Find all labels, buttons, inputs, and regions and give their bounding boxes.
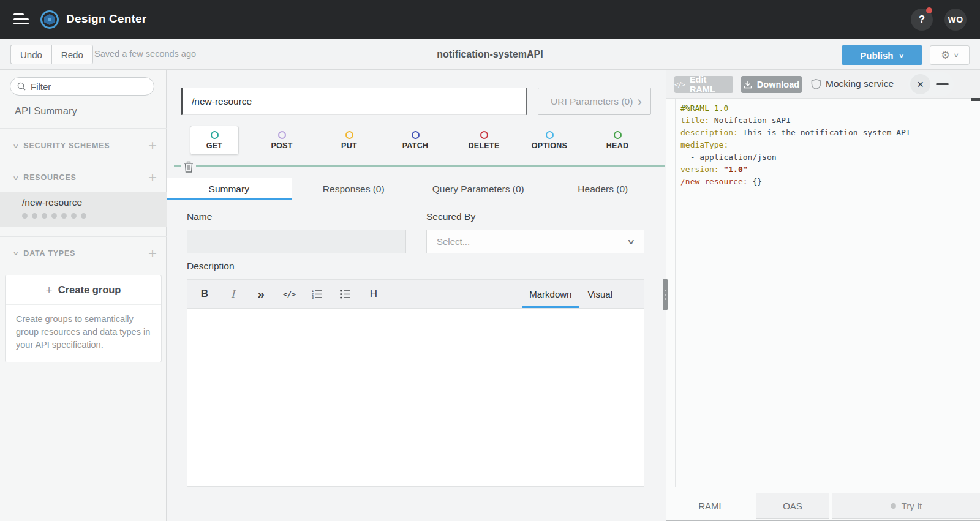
raml-preview-panel: </> Edit RAML Download Mocking service ×… — [666, 70, 980, 521]
code-line: version: "1.0" — [680, 163, 970, 176]
chevron-down-icon: ∨ — [12, 250, 19, 257]
ordered-list-icon[interactable]: 1 2 3 — [311, 289, 323, 299]
method-status-circle — [412, 131, 420, 139]
tab-summary[interactable]: Summary — [167, 178, 292, 200]
name-input[interactable] — [187, 230, 405, 253]
description-textarea[interactable] — [187, 309, 644, 486]
heading-icon[interactable]: H — [368, 288, 380, 300]
svg-text:3: 3 — [312, 296, 314, 299]
redo-button[interactable]: Redo — [51, 45, 93, 64]
trash-icon — [184, 161, 194, 173]
tab-headers-0[interactable]: Headers (0) — [541, 178, 666, 200]
edit-raml-button[interactable]: </> Edit RAML — [674, 76, 733, 93]
editor-mode-switcher: Markdown Visual — [522, 280, 620, 308]
sidebar-section-data-types[interactable]: ∨ DATA TYPES + — [0, 236, 167, 269]
code-line: mediaType: — [680, 139, 970, 151]
search-icon — [17, 82, 26, 91]
description-editor: B I » </> 1 2 3 — [187, 279, 644, 487]
sidebar-item-new-resource[interactable]: /new-resource — [0, 192, 167, 227]
raml-code: #%RAML 1.0title: Notifcation sAPIdescrip… — [675, 99, 970, 487]
add-security-scheme-icon[interactable]: + — [148, 140, 157, 152]
chevron-down-icon: ∨ — [899, 52, 905, 59]
notification-dot — [926, 7, 932, 13]
create-group-description: Create groups to semantically group reso… — [6, 305, 161, 351]
method-patch-button[interactable]: PATCH — [391, 126, 440, 155]
create-group-button[interactable]: + Create group — [6, 275, 161, 305]
code-line: description: This is the notification sy… — [680, 127, 970, 139]
method-post-button[interactable]: POST — [257, 126, 306, 155]
mocking-service-toggle[interactable]: × — [908, 72, 954, 96]
shield-icon — [810, 78, 822, 91]
sidebar-item-api-summary[interactable]: API Summary — [15, 105, 77, 117]
secured-by-label: Secured By — [426, 211, 475, 222]
raml-panel-header: </> Edit RAML Download Mocking service × — [666, 70, 980, 99]
editor-body — [187, 309, 644, 487]
uri-parameters-label: URI Parameters (0) — [551, 96, 637, 107]
method-label: DELETE — [468, 141, 499, 150]
method-options-button[interactable]: OPTIONS — [525, 126, 574, 155]
user-avatar[interactable]: WO — [944, 9, 967, 31]
tab-try-it[interactable]: Try It — [832, 493, 980, 519]
create-group-card: + Create group Create groups to semantic… — [5, 275, 162, 362]
delete-method-button[interactable] — [181, 159, 196, 174]
method-list: GETPOSTPUTPATCHDELETEOPTIONSHEAD — [167, 126, 666, 156]
editor-toolbar: B I » </> 1 2 3 — [187, 279, 644, 309]
resource-path-input[interactable] — [183, 88, 526, 114]
chevron-right-icon: › — [637, 96, 642, 108]
method-label: POST — [271, 141, 292, 150]
code-line: /new-resource: {} — [680, 176, 970, 188]
toggle-dash-icon — [936, 83, 949, 85]
chevron-down-icon: ∨ — [12, 174, 19, 181]
mode-markdown[interactable]: Markdown — [522, 280, 579, 308]
project-settings-button[interactable]: ⚙ ∨ — [930, 45, 970, 65]
tab-oas[interactable]: OAS — [756, 493, 829, 519]
tab-query-parameters-0[interactable]: Query Parameters (0) — [416, 178, 541, 200]
method-status-circle — [546, 131, 554, 139]
method-indicator-dots — [22, 213, 167, 219]
gear-icon: ⚙ — [941, 49, 950, 62]
unordered-list-icon[interactable] — [339, 289, 352, 299]
filter-input[interactable] — [31, 81, 135, 92]
tab-responses-0[interactable]: Responses (0) — [292, 178, 417, 200]
undo-button[interactable]: Undo — [10, 45, 51, 64]
raml-panel-footer: RAML OAS Try It — [666, 487, 980, 521]
scrollbar-thumb[interactable] — [971, 98, 980, 101]
mode-visual[interactable]: Visual — [580, 280, 620, 308]
project-toolbar: Undo Redo Saved a few seconds ago notifi… — [0, 39, 980, 70]
tab-raml[interactable]: RAML — [666, 493, 756, 519]
chevron-down-icon: ∨ — [12, 143, 19, 149]
scrollbar-track — [971, 99, 971, 487]
resource-path-field — [181, 88, 527, 115]
add-data-type-icon[interactable]: + — [148, 247, 157, 260]
hamburger-menu-icon[interactable] — [13, 13, 29, 26]
top-nav-bar: Design Center ? WO — [0, 0, 980, 39]
detail-tabs: SummaryResponses (0)Query Parameters (0)… — [167, 178, 665, 200]
section-label: DATA TYPES — [23, 249, 148, 258]
bold-icon[interactable]: B — [198, 288, 211, 300]
add-resource-icon[interactable]: + — [148, 171, 157, 184]
method-divider-line — [174, 165, 665, 167]
sidebar-section-security-schemes[interactable]: ∨ SECURITY SCHEMES + — [0, 128, 167, 163]
publish-button[interactable]: Publish ∨ — [842, 45, 922, 65]
uri-parameters-button[interactable]: URI Parameters (0) › — [538, 88, 651, 115]
anypoint-logo-icon[interactable] — [40, 10, 59, 29]
method-delete-button[interactable]: DELETE — [459, 126, 508, 155]
secured-by-select[interactable]: Select... ∨ — [426, 230, 644, 253]
panel-resize-handle[interactable] — [663, 279, 668, 310]
chevron-down-icon: ∨ — [627, 238, 636, 246]
code-line: - application/json — [680, 151, 970, 163]
toggle-knob-close-icon: × — [910, 74, 930, 94]
section-label: RESOURCES — [23, 173, 148, 182]
sidebar-section-resources[interactable]: ∨ RESOURCES + — [0, 163, 167, 192]
sidebar: API Summary ∨ SECURITY SCHEMES + ∨ RESOU… — [0, 70, 167, 521]
publish-label: Publish — [860, 50, 893, 61]
method-put-button[interactable]: PUT — [325, 126, 374, 155]
method-head-button[interactable]: HEAD — [593, 126, 642, 155]
code-icon: </> — [674, 81, 685, 89]
code-line: #%RAML 1.0 — [680, 102, 970, 114]
method-get-button[interactable]: GET — [190, 126, 239, 155]
download-button[interactable]: Download — [741, 76, 802, 93]
code-icon[interactable]: </> — [283, 290, 295, 299]
italic-icon[interactable]: I — [227, 288, 239, 300]
blockquote-icon[interactable]: » — [255, 287, 267, 301]
